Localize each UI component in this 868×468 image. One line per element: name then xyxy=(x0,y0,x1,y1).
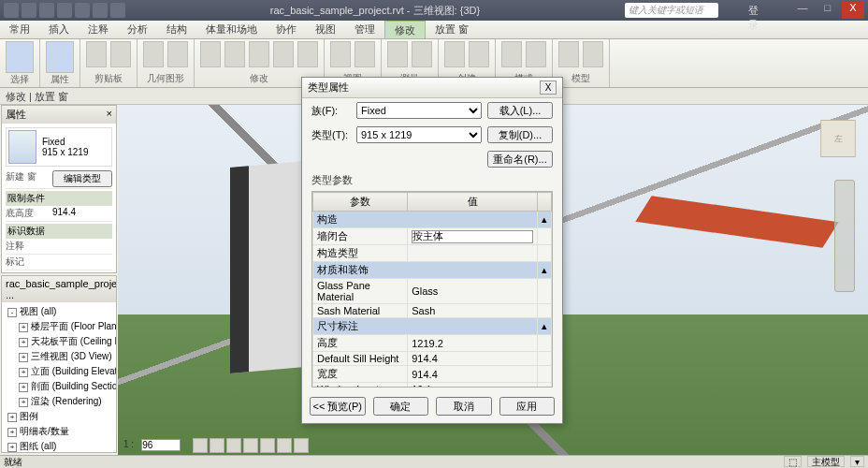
preview-button[interactable]: << 预览(P) xyxy=(310,397,366,416)
ribbon-tab[interactable]: 注释 xyxy=(79,21,118,38)
minimize-button[interactable]: — xyxy=(791,2,814,19)
qat-undo-icon[interactable] xyxy=(57,3,72,18)
param-row[interactable]: 墙闭合 xyxy=(313,228,552,245)
help-search-input[interactable]: 键入关键字或短语 xyxy=(625,3,718,18)
ribbon-button-icon[interactable] xyxy=(583,41,603,67)
tree-node[interactable]: 立面 (Building Elevation) xyxy=(4,364,114,379)
tree-node[interactable]: 图例 xyxy=(4,409,114,424)
ribbon-button-icon[interactable] xyxy=(469,41,489,67)
ribbon-tab[interactable]: 分析 xyxy=(118,21,157,38)
type-params-grid[interactable]: 参数 值 构造▴墙闭合构造类型材质和装饰▴Glass Pane Material… xyxy=(311,191,553,388)
ribbon-button-icon[interactable] xyxy=(273,41,294,67)
param-value[interactable]: 914.4 xyxy=(408,366,538,383)
ribbon-tab[interactable]: 放置 窗 xyxy=(426,21,478,38)
close-button[interactable]: X xyxy=(842,2,864,19)
sync-icon[interactable] xyxy=(733,4,746,17)
ribbon-button-icon[interactable] xyxy=(387,41,408,67)
ribbon-button-icon[interactable] xyxy=(249,41,269,67)
reveal-hidden-icon[interactable] xyxy=(294,438,309,453)
ribbon-tab[interactable]: 协作 xyxy=(267,21,306,38)
project-browser-tree[interactable]: 视图 (all)楼层平面 (Floor Plan)天花板平面 (Ceiling … xyxy=(2,302,116,452)
qat-save-icon[interactable] xyxy=(39,3,54,18)
view-cube[interactable]: 左 xyxy=(820,120,856,157)
subscription-icon[interactable] xyxy=(718,4,731,17)
param-value[interactable]: Sash xyxy=(408,304,538,318)
ribbon-tab[interactable]: 常用 xyxy=(0,21,39,38)
ribbon-button-icon[interactable] xyxy=(412,41,432,67)
ribbon-button-icon[interactable] xyxy=(354,41,375,67)
crop-view-icon[interactable] xyxy=(260,438,275,453)
ribbon-button-icon[interactable] xyxy=(6,41,34,73)
scale-input[interactable] xyxy=(141,439,181,451)
shadows-icon[interactable] xyxy=(243,438,258,453)
tree-node[interactable]: 图纸 (all) xyxy=(4,439,114,452)
help-icon[interactable] xyxy=(778,4,791,17)
props-row[interactable]: 注释 xyxy=(6,239,112,255)
filter-icon[interactable]: ▾ xyxy=(850,456,864,467)
cancel-button[interactable]: 取消 xyxy=(436,397,492,416)
tree-node[interactable]: 渲染 (Rendering) xyxy=(4,394,114,409)
ribbon-button-icon[interactable] xyxy=(200,41,221,67)
type-selector[interactable]: Fixed 915 x 1219 xyxy=(6,127,112,167)
tree-node[interactable]: 剖面 (Building Section) xyxy=(4,379,114,394)
ribbon-button-icon[interactable] xyxy=(558,41,579,67)
param-row[interactable]: Default Sill Height914.4 xyxy=(313,352,552,366)
ribbon-button-icon[interactable] xyxy=(526,41,546,67)
workset-icon[interactable]: ⬚ xyxy=(784,456,802,467)
rename-button[interactable]: 重命名(R)... xyxy=(487,151,553,168)
tree-node[interactable]: 明细表/数量 xyxy=(4,424,114,439)
ribbon-tab[interactable]: 修改 xyxy=(384,21,426,38)
props-row[interactable]: 标记 xyxy=(6,255,112,271)
param-value[interactable]: Glass xyxy=(408,279,538,304)
maximize-button[interactable]: □ xyxy=(817,2,839,19)
param-row[interactable]: Window Inset19.1 xyxy=(313,383,552,388)
props-row[interactable]: 底高度914.4 xyxy=(6,206,112,222)
qat-redo-icon[interactable] xyxy=(75,3,90,18)
dialog-close-icon[interactable]: X xyxy=(540,80,557,95)
qat-print-icon[interactable] xyxy=(93,3,108,18)
ribbon-button-icon[interactable] xyxy=(86,41,107,67)
param-row[interactable]: 宽度914.4 xyxy=(313,366,552,383)
param-value[interactable]: 1219.2 xyxy=(408,335,538,352)
navigation-bar[interactable] xyxy=(834,180,855,292)
ribbon-tab[interactable]: 结构 xyxy=(157,21,196,38)
copy-button[interactable]: 复制(D)... xyxy=(487,126,553,143)
param-value[interactable]: 19.1 xyxy=(408,383,538,388)
login-button[interactable]: 登录 xyxy=(748,4,761,17)
app-menu-icon[interactable] xyxy=(4,3,19,18)
apply-button[interactable]: 应用 xyxy=(499,397,556,416)
collapse-icon[interactable]: ▴ xyxy=(538,318,552,335)
param-row[interactable]: Glass Pane MaterialGlass xyxy=(313,279,552,304)
properties-close-icon[interactable]: × xyxy=(107,108,112,122)
favorite-icon[interactable] xyxy=(763,4,776,17)
props-value[interactable] xyxy=(52,256,112,269)
qat-more-icon[interactable] xyxy=(110,3,125,18)
ribbon-tab[interactable]: 视图 xyxy=(306,21,345,38)
tree-node[interactable]: 天花板平面 (Ceiling Plan) xyxy=(4,334,114,349)
collapse-icon[interactable]: ▴ xyxy=(538,262,552,279)
ok-button[interactable]: 确定 xyxy=(373,397,429,416)
ribbon-button-icon[interactable] xyxy=(143,41,164,67)
ribbon-button-icon[interactable] xyxy=(224,41,245,67)
param-value-input[interactable] xyxy=(412,230,533,243)
props-value[interactable]: 914.4 xyxy=(52,207,112,220)
ribbon-tab[interactable]: 体量和场地 xyxy=(196,21,267,38)
sun-path-icon[interactable] xyxy=(226,438,241,453)
ribbon-button-icon[interactable] xyxy=(110,41,131,67)
props-value[interactable] xyxy=(52,240,112,253)
hide-isolate-icon[interactable] xyxy=(277,438,292,453)
ribbon-button-icon[interactable] xyxy=(297,41,318,67)
ribbon-button-icon[interactable] xyxy=(46,41,74,73)
param-row[interactable]: 高度1219.2 xyxy=(313,335,552,352)
param-value[interactable] xyxy=(408,228,538,245)
edit-type-button[interactable]: 编辑类型 xyxy=(52,170,112,187)
load-button[interactable]: 载入(L)... xyxy=(487,102,553,119)
param-value[interactable]: 914.4 xyxy=(408,352,538,366)
collapse-icon[interactable]: ▴ xyxy=(538,212,552,228)
type-select[interactable]: 915 x 1219 xyxy=(356,126,482,143)
tree-node[interactable]: 视图 (all) xyxy=(4,304,114,319)
qat-open-icon[interactable] xyxy=(22,3,36,18)
param-row[interactable]: 构造类型 xyxy=(313,245,552,262)
ribbon-tab[interactable]: 插入 xyxy=(39,21,79,38)
param-value[interactable] xyxy=(408,245,538,262)
